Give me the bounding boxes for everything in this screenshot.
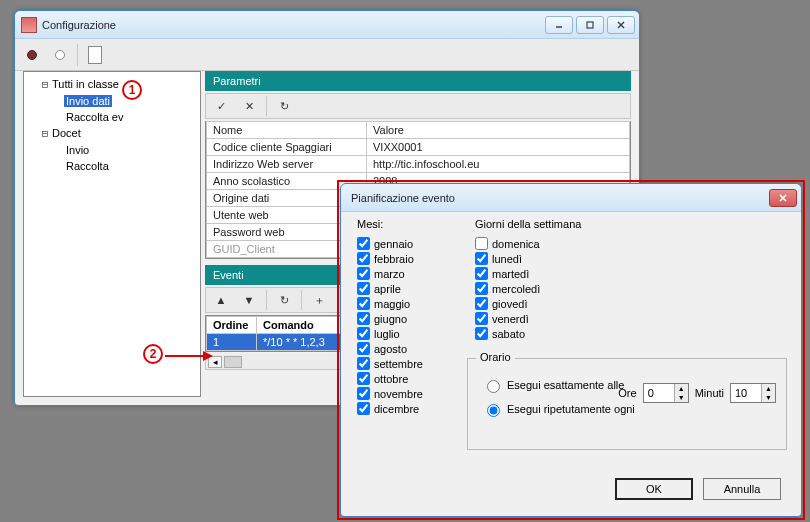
record-start-icon[interactable] xyxy=(21,44,43,66)
minuti-input[interactable] xyxy=(731,384,761,402)
parametri-header: Parametri xyxy=(205,71,631,91)
orario-legend: Orario xyxy=(476,351,515,363)
event-ordine[interactable]: 1 xyxy=(207,334,257,351)
day-item[interactable]: mercoledì xyxy=(475,281,540,296)
minuti-label: Minuti xyxy=(695,387,724,399)
spin-up-icon[interactable]: ▲ xyxy=(762,384,775,393)
month-label: aprile xyxy=(374,283,401,295)
month-item[interactable]: gennaio xyxy=(357,236,423,251)
annotation-arrow-icon xyxy=(163,348,213,364)
month-checkbox[interactable] xyxy=(357,237,370,250)
tree-root-docet[interactable]: Docet xyxy=(50,127,83,139)
svg-rect-1 xyxy=(587,22,593,28)
day-item[interactable]: venerdì xyxy=(475,311,540,326)
param-value[interactable]: VIXX0001 xyxy=(367,139,630,156)
month-label: settembre xyxy=(374,358,423,370)
tree-item-invio[interactable]: Invio xyxy=(64,144,91,156)
month-item[interactable]: febbraio xyxy=(357,251,423,266)
day-label: martedì xyxy=(492,268,529,280)
day-checkbox[interactable] xyxy=(475,312,488,325)
day-label: sabato xyxy=(492,328,525,340)
refresh-events-icon[interactable]: ↻ xyxy=(273,290,295,310)
ok-button[interactable]: OK xyxy=(615,478,693,500)
close-button[interactable] xyxy=(607,16,635,34)
move-down-icon[interactable]: ▼ xyxy=(238,290,260,310)
day-item[interactable]: domenica xyxy=(475,236,540,251)
dialog-close-button[interactable] xyxy=(769,189,797,207)
ore-stepper[interactable]: ▲▼ xyxy=(643,383,689,403)
day-item[interactable]: giovedì xyxy=(475,296,540,311)
document-icon[interactable] xyxy=(84,44,106,66)
giorni-label: Giorni della settimana xyxy=(475,218,581,230)
day-checkbox[interactable] xyxy=(475,267,488,280)
month-checkbox[interactable] xyxy=(357,387,370,400)
month-checkbox[interactable] xyxy=(357,327,370,340)
cancel-icon[interactable]: ✕ xyxy=(238,96,260,116)
add-event-icon[interactable]: ＋ xyxy=(308,290,330,310)
config-titlebar[interactable]: Configurazione xyxy=(15,11,639,39)
radio-exact-label: Esegui esattamente alle xyxy=(507,379,624,391)
month-item[interactable]: marzo xyxy=(357,266,423,281)
cancel-button[interactable]: Annulla xyxy=(703,478,781,500)
month-item[interactable]: luglio xyxy=(357,326,423,341)
orario-group: Orario Esegui esattamente alle Esegui ri… xyxy=(467,358,787,450)
param-name[interactable]: Codice cliente Spaggiari xyxy=(207,139,367,156)
maximize-button[interactable] xyxy=(576,16,604,34)
day-item[interactable]: sabato xyxy=(475,326,540,341)
day-checkbox[interactable] xyxy=(475,297,488,310)
move-up-icon[interactable]: ▲ xyxy=(210,290,232,310)
col-ordine[interactable]: Ordine xyxy=(207,317,257,334)
tree-item-raccolta[interactable]: Raccolta xyxy=(64,160,111,172)
days-group: domenica lunedì martedì mercoledì gioved… xyxy=(475,236,540,341)
tree-item-raccolta-ev[interactable]: Raccolta ev xyxy=(64,111,125,123)
day-checkbox[interactable] xyxy=(475,327,488,340)
param-value[interactable]: http://tic.infoschool.eu xyxy=(367,156,630,173)
day-item[interactable]: lunedì xyxy=(475,251,540,266)
month-checkbox[interactable] xyxy=(357,252,370,265)
month-item[interactable]: dicembre xyxy=(357,401,423,416)
month-checkbox[interactable] xyxy=(357,312,370,325)
spin-down-icon[interactable]: ▼ xyxy=(675,393,688,402)
month-checkbox[interactable] xyxy=(357,282,370,295)
ore-input[interactable] xyxy=(644,384,674,402)
param-name[interactable]: Indirizzo Web server xyxy=(207,156,367,173)
month-checkbox[interactable] xyxy=(357,372,370,385)
apply-icon[interactable]: ✓ xyxy=(210,96,232,116)
month-item[interactable]: settembre xyxy=(357,356,423,371)
col-nome[interactable]: Nome xyxy=(207,122,367,139)
month-checkbox[interactable] xyxy=(357,402,370,415)
month-checkbox[interactable] xyxy=(357,342,370,355)
minuti-stepper[interactable]: ▲▼ xyxy=(730,383,776,403)
radio-exact-input[interactable] xyxy=(487,380,500,393)
month-checkbox[interactable] xyxy=(357,267,370,280)
month-item[interactable]: maggio xyxy=(357,296,423,311)
col-valore[interactable]: Valore xyxy=(367,122,630,139)
scroll-thumb[interactable] xyxy=(224,356,242,368)
month-item[interactable]: giugno xyxy=(357,311,423,326)
spin-up-icon[interactable]: ▲ xyxy=(675,384,688,393)
day-checkbox[interactable] xyxy=(475,252,488,265)
day-checkbox[interactable] xyxy=(475,237,488,250)
spin-down-icon[interactable]: ▼ xyxy=(762,393,775,402)
tree-root-tutti[interactable]: Tutti in classe xyxy=(50,78,121,90)
month-item[interactable]: novembre xyxy=(357,386,423,401)
radio-exact[interactable]: Esegui esattamente alle xyxy=(482,377,624,393)
dialog-titlebar[interactable]: Pianificazione evento xyxy=(341,184,801,212)
minimize-button[interactable] xyxy=(545,16,573,34)
month-item[interactable]: ottobre xyxy=(357,371,423,386)
day-checkbox[interactable] xyxy=(475,282,488,295)
day-label: domenica xyxy=(492,238,540,250)
radio-repeat-label: Esegui ripetutamente ogni xyxy=(507,403,635,415)
day-item[interactable]: martedì xyxy=(475,266,540,281)
refresh-icon[interactable]: ↻ xyxy=(273,96,295,116)
month-item[interactable]: aprile xyxy=(357,281,423,296)
tree-item-invio-dati[interactable]: Invio dati xyxy=(64,95,112,107)
month-item[interactable]: agosto xyxy=(357,341,423,356)
record-stop-icon[interactable] xyxy=(49,44,71,66)
radio-repeat-input[interactable] xyxy=(487,404,500,417)
month-checkbox[interactable] xyxy=(357,297,370,310)
mesi-label: Mesi: xyxy=(357,218,383,230)
radio-repeat[interactable]: Esegui ripetutamente ogni xyxy=(482,401,635,417)
month-checkbox[interactable] xyxy=(357,357,370,370)
annotation-1: 1 xyxy=(122,80,142,100)
